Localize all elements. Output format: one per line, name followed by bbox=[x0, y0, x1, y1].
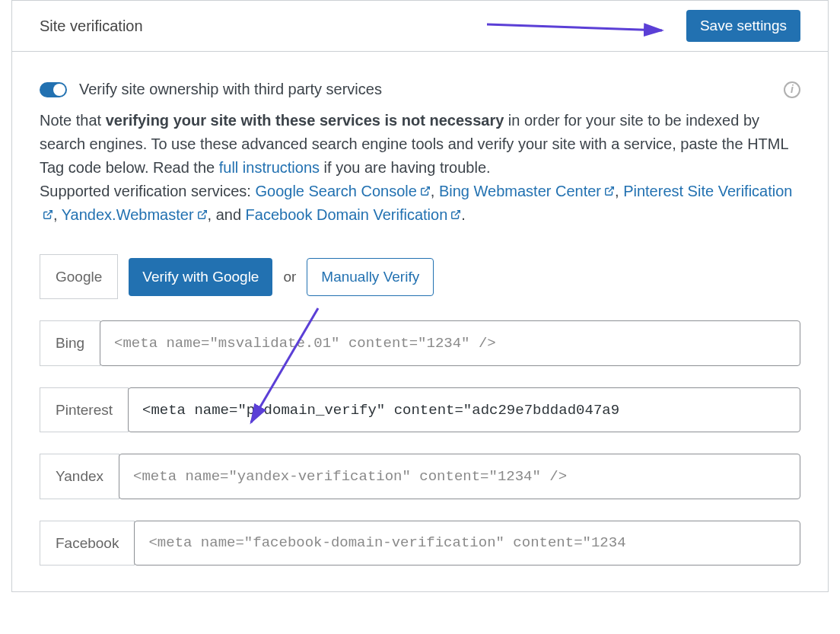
google-actions: Verify with Google or Manually Verify bbox=[129, 254, 434, 299]
desc-trouble: if you are having trouble. bbox=[320, 159, 491, 176]
google-label: Google bbox=[40, 254, 118, 299]
external-link-icon bbox=[604, 186, 615, 196]
or-separator: or bbox=[283, 266, 296, 288]
facebook-label: Facebook bbox=[40, 521, 135, 566]
external-link-icon bbox=[43, 209, 53, 220]
google-field-row: Google Verify with Google or Manually Ve… bbox=[40, 254, 800, 299]
google-console-link[interactable]: Google Search Console bbox=[255, 183, 430, 199]
yandex-field-row: Yandex bbox=[40, 454, 800, 499]
bing-field-row: Bing bbox=[40, 320, 800, 365]
toggle-label: Verify site ownership with third party s… bbox=[79, 78, 382, 101]
info-icon[interactable]: i bbox=[784, 81, 800, 98]
desc-prefix: Note that bbox=[40, 112, 106, 129]
external-link-icon bbox=[450, 209, 461, 220]
facebook-meta-input[interactable] bbox=[134, 521, 800, 566]
yandex-label: Yandex bbox=[40, 454, 119, 499]
panel-content: Verify site ownership with third party s… bbox=[12, 52, 828, 591]
description-text: Note that verifying your site with these… bbox=[40, 109, 800, 227]
desc-bold: verifying your site with these services … bbox=[106, 112, 504, 129]
desc-and: , and bbox=[208, 206, 246, 223]
pinterest-label: Pinterest bbox=[40, 387, 129, 432]
facebook-field-row: Facebook bbox=[40, 521, 800, 566]
panel-header: Site verification Save settings bbox=[12, 1, 828, 52]
bing-label: Bing bbox=[40, 320, 100, 365]
bing-webmaster-link[interactable]: Bing Webmaster Center bbox=[439, 183, 615, 199]
facebook-verification-link[interactable]: Facebook Domain Verification bbox=[246, 206, 462, 223]
external-link-icon bbox=[197, 209, 208, 220]
external-link-icon bbox=[420, 186, 431, 196]
verify-toggle[interactable] bbox=[40, 82, 67, 97]
pinterest-field-row: Pinterest bbox=[40, 387, 800, 432]
verify-with-google-button[interactable]: Verify with Google bbox=[129, 258, 272, 296]
bing-meta-input[interactable] bbox=[100, 320, 800, 365]
toggle-row: Verify site ownership with third party s… bbox=[40, 78, 800, 101]
supported-prefix: Supported verification services: bbox=[40, 183, 255, 199]
yandex-webmaster-link[interactable]: Yandex.Webmaster bbox=[62, 206, 208, 223]
save-settings-button[interactable]: Save settings bbox=[686, 10, 800, 42]
panel-title: Site verification bbox=[40, 14, 143, 38]
full-instructions-link[interactable]: full instructions bbox=[219, 159, 320, 176]
manually-verify-button[interactable]: Manually Verify bbox=[307, 258, 434, 296]
settings-panel: Site verification Save settings Verify s… bbox=[11, 0, 829, 592]
pinterest-meta-input[interactable] bbox=[128, 387, 800, 432]
yandex-meta-input[interactable] bbox=[119, 454, 800, 499]
